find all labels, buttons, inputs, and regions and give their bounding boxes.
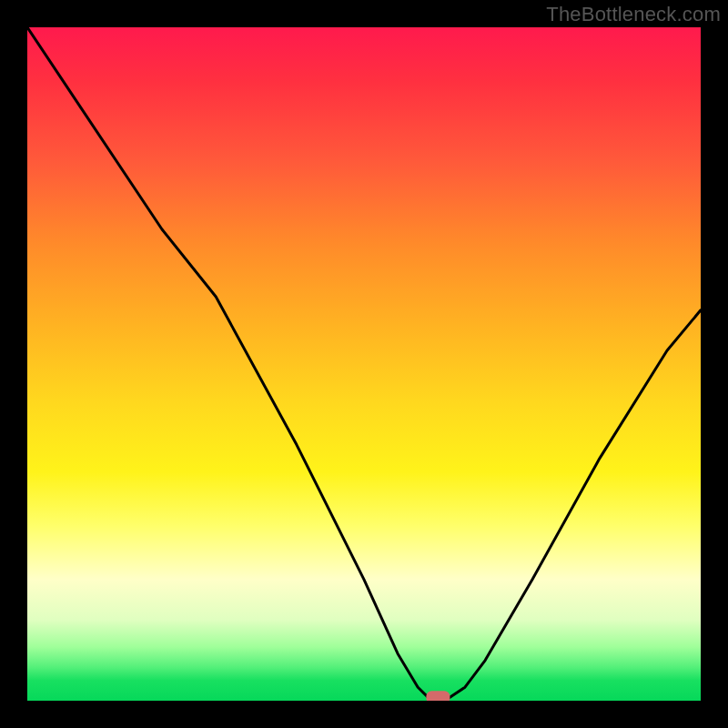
bottleneck-curve [27, 27, 701, 701]
optimal-marker [426, 691, 450, 701]
attribution-text: TheBottleneck.com [546, 3, 721, 26]
plot-area [27, 27, 701, 701]
chart-svg [27, 27, 701, 701]
chart-frame: TheBottleneck.com [0, 0, 728, 728]
